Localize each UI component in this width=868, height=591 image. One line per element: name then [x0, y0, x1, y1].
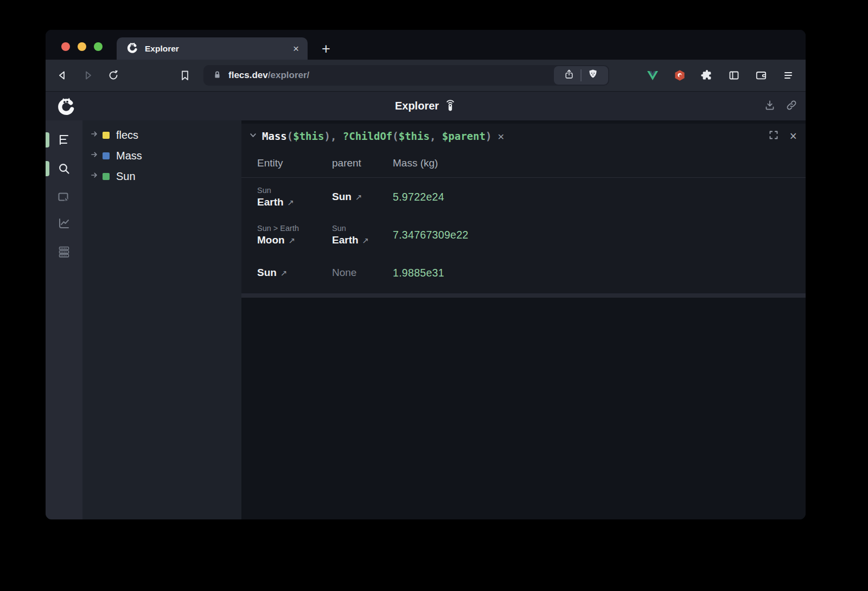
- entity-link[interactable]: Moon↗: [257, 234, 332, 246]
- parent-path: Sun: [332, 224, 393, 233]
- mass-value: 7.34767309e22: [393, 229, 806, 241]
- entity-cell: Sun↗: [257, 267, 332, 279]
- parent-cell: None: [332, 267, 393, 279]
- query-search-button[interactable]: [57, 162, 71, 176]
- flecs-favicon-icon: [126, 42, 138, 56]
- brave-shield-button[interactable]: [587, 68, 599, 82]
- tree-panel-active-indicator: [46, 132, 49, 147]
- download-button[interactable]: [763, 99, 776, 114]
- entity-cell: Sun > Earth Moon↗: [257, 224, 332, 246]
- column-header-mass: Mass (kg): [393, 157, 806, 169]
- tree-item-sun[interactable]: Sun: [82, 166, 241, 187]
- vue-devtools-icon[interactable]: [646, 69, 659, 82]
- results-table-header: Entity parent Mass (kg): [241, 149, 806, 178]
- open-entity-arrow-icon[interactable]: ↗: [288, 198, 295, 208]
- parent-link[interactable]: Sun↗: [332, 191, 393, 203]
- address-bar[interactable]: flecs.dev/explorer/: [203, 65, 609, 86]
- back-button[interactable]: [56, 69, 69, 82]
- navigation-toolbar: flecs.dev/explorer/: [46, 60, 806, 91]
- tree-item-label: Sun: [116, 170, 136, 183]
- url-host: flecs.dev: [228, 70, 268, 80]
- fullscreen-button[interactable]: [768, 130, 779, 143]
- content-area: Mass($this), ?ChildOf($this, $parent) × …: [241, 120, 806, 519]
- wallet-button[interactable]: [755, 69, 768, 82]
- entity-color-swatch: [103, 173, 110, 180]
- sidebar-toggle-button[interactable]: [727, 69, 741, 82]
- memory-stats-button[interactable]: [57, 245, 71, 259]
- open-entity-arrow-icon[interactable]: ↗: [289, 236, 296, 246]
- flecs-logo: [56, 97, 76, 118]
- entity-tree-panel: flecs Mass Sun: [82, 120, 241, 519]
- entity-color-swatch: [103, 132, 110, 139]
- traffic-zoom-button[interactable]: [94, 42, 103, 51]
- traffic-close-button[interactable]: [61, 42, 70, 51]
- query-expression[interactable]: Mass($this), ?ChildOf($this, $parent): [262, 130, 492, 142]
- column-header-parent: parent: [332, 157, 393, 169]
- remote-connection-icon[interactable]: [444, 99, 456, 114]
- tab-close-button[interactable]: ×: [292, 43, 300, 54]
- panel-footer-strip: [241, 293, 806, 298]
- expand-arrow-icon[interactable]: [91, 130, 99, 140]
- inspector-panel-button[interactable]: [57, 190, 71, 204]
- entity-link[interactable]: Earth↗: [257, 196, 332, 208]
- table-row: Sun↗ None 1.9885e31: [241, 254, 806, 292]
- traffic-minimize-button[interactable]: [78, 42, 86, 51]
- browser-window: Explorer × + fle: [46, 30, 806, 519]
- bookmark-button[interactable]: [178, 69, 192, 82]
- parent-cell: Sun↗: [332, 191, 393, 203]
- entity-cell: Sun Earth↗: [257, 186, 332, 208]
- query-header: Mass($this), ?ChildOf($this, $parent) × …: [241, 124, 806, 149]
- extensions-puzzle-button[interactable]: [700, 69, 713, 82]
- expand-arrow-icon[interactable]: [91, 171, 99, 181]
- mass-value: 5.9722e24: [393, 191, 806, 203]
- table-row: Sun Earth↗ Sun↗ 5.9722e24: [241, 178, 806, 216]
- query-panel-active-indicator: [46, 161, 49, 176]
- new-tab-button[interactable]: +: [317, 40, 335, 58]
- tree-item-mass[interactable]: Mass: [82, 145, 241, 166]
- column-header-entity: Entity: [257, 157, 332, 169]
- panel-icon-strip: [46, 120, 82, 519]
- reload-button[interactable]: [107, 69, 120, 82]
- parent-link[interactable]: Earth↗: [332, 234, 393, 246]
- open-entity-arrow-icon[interactable]: ↗: [355, 192, 362, 202]
- entity-parent-path: Sun: [257, 186, 332, 195]
- lock-icon: [212, 69, 222, 82]
- tree-item-label: flecs: [116, 129, 138, 142]
- table-row: Sun > Earth Moon↗ Sun Earth↗ 7.34767309e…: [241, 216, 806, 254]
- entity-color-swatch: [103, 152, 110, 159]
- entity-parent-path: Sun > Earth: [257, 224, 332, 233]
- tab-title: Explorer: [145, 44, 292, 54]
- address-bar-actions: [554, 66, 608, 85]
- forward-button[interactable]: [81, 69, 94, 82]
- tree-panel-button[interactable]: [57, 133, 71, 147]
- tab-bar: Explorer × +: [46, 30, 806, 60]
- page-title: Explorer: [395, 100, 439, 112]
- open-entity-arrow-icon[interactable]: ↗: [362, 236, 369, 246]
- share-button[interactable]: [563, 68, 575, 82]
- url-path: /explorer/: [268, 70, 310, 80]
- menu-button[interactable]: [782, 69, 795, 82]
- entity-link[interactable]: Sun↗: [257, 267, 332, 279]
- close-panel-button[interactable]: ×: [790, 130, 797, 143]
- parent-none-label: None: [332, 267, 393, 279]
- parent-cell: Sun Earth↗: [332, 224, 393, 246]
- query-panel: Mass($this), ?ChildOf($this, $parent) × …: [241, 124, 806, 298]
- toolbar-divider: [580, 69, 582, 81]
- tree-item-flecs[interactable]: flecs: [82, 125, 241, 145]
- url-text: flecs.dev/explorer/: [228, 70, 309, 81]
- mass-value: 1.9885e31: [393, 267, 806, 279]
- open-entity-arrow-icon[interactable]: ↗: [280, 268, 288, 278]
- expand-arrow-icon[interactable]: [91, 151, 99, 160]
- tree-item-label: Mass: [116, 150, 142, 162]
- app-header: Explorer: [46, 91, 806, 120]
- collapse-chevron-icon[interactable]: [249, 131, 257, 142]
- extensions-row: [646, 60, 795, 91]
- hexagon-extension-icon[interactable]: [673, 69, 686, 82]
- stats-chart-button[interactable]: [57, 216, 71, 230]
- permalink-button[interactable]: [785, 99, 798, 114]
- main-area: flecs Mass Sun: [46, 120, 806, 519]
- browser-tab[interactable]: Explorer ×: [117, 37, 308, 60]
- clear-query-button[interactable]: ×: [497, 131, 504, 142]
